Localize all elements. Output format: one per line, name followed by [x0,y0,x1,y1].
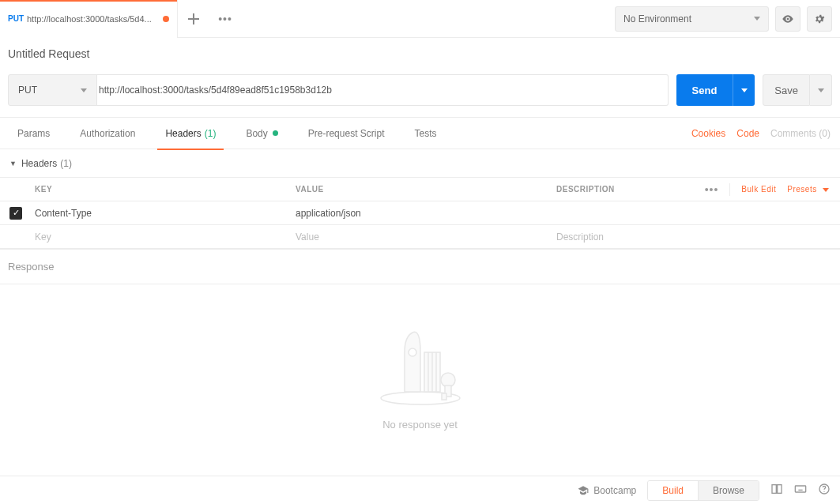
url-input[interactable] [89,74,669,106]
svg-rect-10 [778,485,782,494]
headers-section-header[interactable]: ▼ Headers (1) [0,149,840,178]
graduation-cap-icon [578,485,589,496]
body-indicator-dot-icon [273,130,278,136]
chevron-down-icon [818,88,824,92]
header-value-cell[interactable]: application/json [292,208,553,219]
cookies-link[interactable]: Cookies [691,128,725,139]
table-row-new[interactable]: Key Value Description [0,225,840,249]
new-description-input[interactable]: Description [553,231,690,243]
bootcamp-link[interactable]: Bootcamp [578,485,636,496]
help-button[interactable] [818,483,831,498]
request-subtabs: Params Authorization Headers (1) Body Pr… [0,118,840,149]
plus-icon [188,13,199,24]
tab-authorization[interactable]: Authorization [72,118,143,149]
new-key-input[interactable]: Key [32,231,292,243]
chevron-down-icon [81,88,87,92]
send-button-group: Send [676,74,755,106]
keyboard-icon [794,483,807,495]
ellipsis-icon: ••• [218,13,232,25]
presets-link[interactable]: Presets [787,185,829,194]
environment-area: No Environment [607,0,840,37]
tab-headers-label: Headers [165,128,201,139]
environment-label: No Environment [623,13,691,24]
divider [729,183,730,196]
tab-options-button[interactable]: ••• [209,3,241,35]
code-link[interactable]: Code [736,128,759,139]
send-button[interactable]: Send [676,74,733,106]
chevron-down-icon [741,88,748,92]
tab-method-label: PUT [8,14,24,23]
mode-toggle: Build Browse [647,480,759,501]
gear-icon [813,13,826,25]
svg-point-1 [409,348,416,356]
comments-link[interactable]: Comments (0) [770,128,831,139]
method-url-group: PUT [8,74,669,106]
tab-prerequest[interactable]: Pre-request Script [300,118,393,149]
new-value-input[interactable]: Value [292,231,553,243]
col-value-header: VALUE [292,185,553,194]
keyboard-shortcuts-button[interactable] [794,483,807,498]
help-icon [818,483,831,495]
tab-body-label: Body [246,128,267,139]
unsaved-dot-icon [163,16,169,22]
tab-body[interactable]: Body [238,118,285,149]
save-options-button[interactable] [810,74,832,106]
browse-mode-button[interactable]: Browse [698,481,759,500]
http-method-label: PUT [18,85,37,96]
no-response-text: No response yet [382,419,458,431]
http-method-select[interactable]: PUT [8,74,97,106]
save-button-group: Save [763,74,832,106]
headers-table: KEY VALUE DESCRIPTION ••• Bulk Edit Pres… [0,178,840,250]
bulk-edit-link[interactable]: Bulk Edit [741,185,776,194]
headers-count-badge: (1) [205,128,217,139]
headers-table-actions: ••• Bulk Edit Presets [690,183,840,196]
presets-label: Presets [787,185,816,194]
col-description-header: DESCRIPTION [553,185,690,194]
top-bar: PUT http://localhost:3000/tasks/5d4... •… [0,0,840,38]
chevron-down-icon [823,188,829,192]
tabs-area: PUT http://localhost:3000/tasks/5d4... •… [0,0,607,37]
svg-rect-8 [442,393,446,400]
request-subtabs-right: Cookies Code Comments (0) [691,128,831,139]
col-key-header: KEY [32,185,292,194]
tab-title: http://localhost:3000/tasks/5d4... [27,14,158,24]
url-bar: PUT Send Save [0,68,840,118]
eye-icon [782,13,794,25]
status-bar: Bootcamp Build Browse [0,476,840,504]
panes-icon [770,483,783,495]
two-pane-button[interactable] [770,483,783,498]
triangle-down-icon: ▼ [9,160,17,167]
tab-tests[interactable]: Tests [406,118,444,149]
table-options-button[interactable]: ••• [705,183,719,196]
svg-point-18 [823,491,824,492]
save-button[interactable]: Save [763,74,810,106]
headers-section-count: (1) [60,158,72,169]
settings-button[interactable] [807,6,832,32]
header-key-cell[interactable]: Content-Type [32,208,292,219]
new-tab-button[interactable] [178,3,209,35]
headers-section-label: Headers [21,158,57,169]
row-checkbox[interactable]: ✓ [9,207,22,220]
tab-headers[interactable]: Headers (1) [157,118,224,149]
environment-select[interactable]: No Environment [615,6,769,32]
environment-quicklook-button[interactable] [775,6,800,32]
response-empty-state: No response yet [0,284,840,474]
request-tab[interactable]: PUT http://localhost:3000/tasks/5d4... [0,0,178,38]
svg-rect-9 [772,485,776,494]
svg-rect-11 [795,486,805,492]
table-row[interactable]: ✓ Content-Type application/json [0,201,840,225]
response-section-label: Response [0,250,840,284]
bootcamp-label: Bootcamp [593,485,636,496]
build-mode-button[interactable]: Build [648,481,698,500]
tab-params[interactable]: Params [9,118,58,149]
chevron-down-icon [754,17,760,21]
send-options-button[interactable] [733,74,755,106]
request-name[interactable]: Untitled Request [0,38,840,68]
headers-table-head: KEY VALUE DESCRIPTION ••• Bulk Edit Pres… [0,178,840,201]
rocket-illustration-icon [377,329,464,408]
